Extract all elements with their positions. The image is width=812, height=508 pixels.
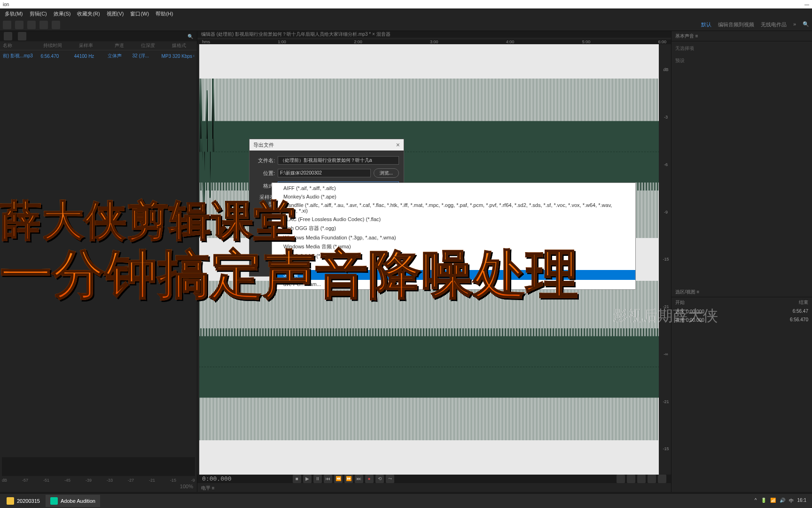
tool-icon[interactable]: [52, 21, 60, 29]
workspace-radio[interactable]: 无线电作品: [761, 21, 787, 28]
editor-tab[interactable]: 编辑器 (处理前) 影视后期行业前景如何？听十几年后期人员给大家详细分析.mp3…: [197, 31, 671, 38]
zoom-icon[interactable]: [658, 475, 666, 483]
zoom-out-icon[interactable]: [627, 475, 635, 483]
audition-icon: [50, 497, 58, 505]
level-ruler-small: dB-57 -51-45 -39-33 -27-21 -15-9: [0, 478, 197, 483]
zoom-pct: 100%: [180, 484, 193, 491]
menu-effects[interactable]: 效果(S): [51, 9, 74, 18]
record-button[interactable]: ●: [365, 475, 374, 483]
wifi-icon: 📶: [770, 498, 776, 504]
timeline-ruler[interactable]: hms1:00 2:003:00 4:005:00 6:00: [197, 40, 671, 44]
menu-favorites[interactable]: 收藏夹(R): [74, 9, 102, 18]
zoom-in-icon[interactable]: [617, 475, 625, 483]
menu-window[interactable]: 窗口(W): [127, 9, 152, 18]
close-icon[interactable]: ×: [396, 141, 400, 149]
trash-icon[interactable]: [18, 32, 26, 40]
dropdown-item[interactable]: Monkey's Audio (*.ape): [272, 192, 635, 201]
chevron-up-icon: ^: [755, 498, 757, 504]
workspace-editvideo[interactable]: 编辑音频到视频: [718, 21, 754, 28]
waveform-icon[interactable]: [3, 21, 11, 29]
stop-button[interactable]: ■: [293, 475, 301, 483]
loop-button[interactable]: ⟲: [375, 475, 384, 483]
menu-clip[interactable]: 剪辑(C): [27, 9, 50, 18]
pause-button[interactable]: ⏸: [313, 475, 322, 483]
db-scale: dB -3-6 -9-15 -21-∞ -21-15: [661, 44, 671, 475]
taskbar: 20200315 Adobe Audition ^ 🔋 📶 🔊 中 16:1: [0, 494, 812, 508]
dropdown-item[interactable]: FLAC (Free Lossless Audio Codec) (*.flac…: [272, 215, 635, 223]
forward-button[interactable]: ⏩: [344, 475, 353, 483]
dropdown-item[interactable]: Xiph OGG 容器 (*.ogg): [272, 223, 635, 233]
window-titlebar: ion —: [0, 0, 812, 8]
menu-help[interactable]: 帮助(H): [153, 9, 176, 18]
tool-icon[interactable]: [39, 21, 48, 29]
next-button[interactable]: ⏭: [355, 475, 363, 483]
essential-sound-panel: 基本声音 ≡ 无选择项 预设 选区/视图 ≡ 开始结束 选区 0:00.0006…: [671, 31, 812, 492]
dropdown-item[interactable]: AIFF (*.aif, *.aiff, *.aifc): [272, 184, 635, 192]
minimize-icon[interactable]: —: [804, 2, 809, 7]
browse-button[interactable]: 浏览...: [374, 168, 399, 178]
overlay-title-2: 一分钟搞定声音降噪处理: [0, 240, 579, 310]
rewind-button[interactable]: ⏪: [334, 475, 343, 483]
ime-indicator: 中: [789, 498, 794, 504]
panel-header: 基本声音 ≡: [671, 31, 812, 41]
workspace-more-icon[interactable]: »: [793, 21, 796, 28]
zoom-icon[interactable]: [648, 475, 656, 483]
clock: 16:1: [797, 498, 806, 504]
play-button[interactable]: ▶: [303, 475, 312, 483]
system-tray[interactable]: ^ 🔋 📶 🔊 中 16:1: [755, 498, 810, 504]
timecode: 0:00.000: [202, 475, 232, 482]
menubar: 多轨(M) 剪辑(C) 效果(S) 收藏夹(R) 视图(V) 窗口(W) 帮助(…: [0, 8, 812, 19]
history-panel: [2, 457, 195, 476]
volume-icon: 🔊: [780, 498, 785, 504]
battery-icon: 🔋: [761, 498, 766, 504]
import-icon[interactable]: [4, 32, 12, 40]
multitrack-icon[interactable]: [15, 21, 23, 29]
files-columns: 名称 持续时间 采样率 声道 位深度 媒格式: [0, 41, 197, 50]
skip-button[interactable]: ⤳: [386, 475, 394, 483]
window-title: ion: [3, 2, 9, 7]
transport-bar: 0:00.000 ■ ▶ ⏸ ⏮ ⏪ ⏩ ⏭ ● ⟲ ⤳: [197, 475, 671, 483]
file-row[interactable]: 前) 影视...mp3 * 6:56.470 44100 Hz 立体声 32 (…: [0, 50, 197, 62]
dialog-title: 导出文件: [253, 142, 274, 149]
task-audition[interactable]: Adobe Audition: [46, 495, 100, 507]
search-icon[interactable]: 🔍: [803, 21, 809, 28]
task-folder[interactable]: 20200315: [2, 495, 45, 507]
no-selection: 无选择项: [671, 41, 812, 56]
filename-field[interactable]: [278, 156, 399, 165]
meter-label: 电平 ≡: [197, 483, 671, 493]
menu-view[interactable]: 视图(V): [104, 9, 127, 18]
folder-icon: [7, 497, 14, 505]
menu-multitrack[interactable]: 多轨(M): [2, 9, 26, 18]
watermark: 影视后期薛大侠: [613, 306, 718, 326]
dropdown-item[interactable]: libsndfile (*.aifc, *.aiff, *.au, *.avr,…: [272, 201, 635, 215]
selection-view-header: 选区/视图 ≡: [671, 287, 812, 297]
location-field[interactable]: [278, 169, 371, 177]
zoom-icon[interactable]: [637, 475, 646, 483]
workspace-default[interactable]: 默认: [701, 21, 711, 28]
prev-button[interactable]: ⏮: [324, 475, 332, 483]
tool-icon[interactable]: [27, 21, 36, 29]
toolbar: 默认 编辑音频到视频 无线电作品 » 🔍: [0, 19, 812, 31]
